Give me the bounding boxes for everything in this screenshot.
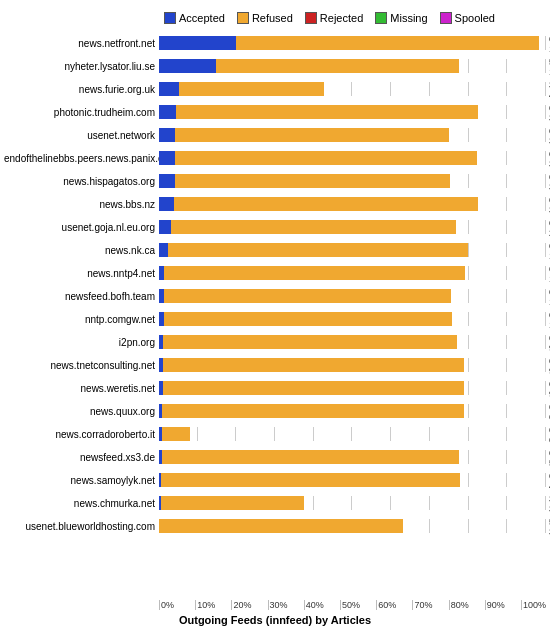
bar-segment-accepted bbox=[159, 197, 174, 211]
table-row: news.corradoroberto.it62962 bbox=[4, 423, 546, 445]
legend-label-accepted: Accepted bbox=[179, 12, 225, 24]
x-axis-label: Outgoing Feeds (innfeed) by Articles bbox=[4, 614, 546, 626]
bar-segment-accepted bbox=[159, 174, 175, 188]
bars-inner bbox=[159, 427, 546, 441]
table-row: news.netfront.net66591688 bbox=[4, 32, 546, 54]
bars-inner bbox=[159, 450, 546, 464]
bars-inner bbox=[159, 220, 546, 234]
legend-color-rejected bbox=[305, 12, 317, 24]
bar-segment-refused bbox=[162, 404, 464, 418]
bars-inner bbox=[159, 312, 546, 326]
table-row: newsfeed.bofh.team6294116 bbox=[4, 285, 546, 307]
bar-wrapper: 6598120 bbox=[159, 266, 546, 280]
table-row: news.chmurka.net314234 bbox=[4, 492, 546, 514]
bar-segment-refused bbox=[175, 128, 449, 142]
bars-inner bbox=[159, 105, 546, 119]
bars-inner bbox=[159, 243, 546, 257]
legend-label-rejected: Rejected bbox=[320, 12, 363, 24]
rows-area: news.netfront.net66591688nyheter.lysator… bbox=[4, 32, 546, 598]
row-label: news.quux.org bbox=[4, 406, 159, 417]
bar-wrapper: 66591688 bbox=[159, 36, 546, 50]
x-tick: 10% bbox=[195, 600, 231, 610]
bars-inner bbox=[159, 151, 546, 165]
bar-segment-refused bbox=[171, 220, 456, 234]
table-row: photonic.trudheim.com6622380 bbox=[4, 101, 546, 123]
bar-label: 6053345 bbox=[546, 173, 550, 193]
bar-label: 6637353 bbox=[546, 150, 550, 170]
legend-label-refused: Refused bbox=[252, 12, 293, 24]
table-row: usenet.blueworldhosting.com53653 bbox=[4, 515, 546, 537]
x-tick: 90% bbox=[485, 600, 521, 610]
table-row: nyheter.lysator.liu.se53381253 bbox=[4, 55, 546, 77]
row-label: news.bbs.nz bbox=[4, 199, 159, 210]
bars-inner bbox=[159, 289, 546, 303]
legend-item-rejected: Rejected bbox=[305, 12, 363, 24]
legend-item-spooled: Spooled bbox=[440, 12, 495, 24]
bar-segment-refused bbox=[163, 381, 464, 395]
bar-segment-accepted bbox=[159, 82, 179, 96]
bar-segment-accepted bbox=[159, 151, 175, 165]
row-label: news.samoylyk.net bbox=[4, 475, 159, 486]
bar-segment-refused bbox=[161, 473, 460, 487]
table-row: i2pn.org645399 bbox=[4, 331, 546, 353]
legend-item-accepted: Accepted bbox=[164, 12, 225, 24]
bars-inner bbox=[159, 128, 546, 142]
bar-segment-refused bbox=[163, 335, 457, 349]
row-label: newsfeed.xs3.de bbox=[4, 452, 159, 463]
row-label: news.nntp4.net bbox=[4, 268, 159, 279]
bars-inner bbox=[159, 197, 546, 211]
legend-color-accepted bbox=[164, 12, 176, 24]
bar-wrapper: 62962 bbox=[159, 427, 546, 441]
bar-segment-refused bbox=[164, 266, 464, 280]
bar-label: 662768 bbox=[546, 403, 550, 423]
bar-wrapper: 660492 bbox=[159, 381, 546, 395]
bar-wrapper: 6593194 bbox=[159, 243, 546, 257]
bar-wrapper: 660998 bbox=[159, 358, 546, 372]
bar-wrapper: 6250267 bbox=[159, 220, 546, 234]
row-label: usenet.network bbox=[4, 130, 159, 141]
table-row: news.bbs.nz6677334 bbox=[4, 193, 546, 215]
row-label: nntp.comgw.net bbox=[4, 314, 159, 325]
bar-segment-refused bbox=[159, 519, 403, 533]
bars-inner bbox=[159, 404, 546, 418]
bar-label: 6342102 bbox=[546, 311, 550, 331]
row-label: photonic.trudheim.com bbox=[4, 107, 159, 118]
bar-wrapper: 6294116 bbox=[159, 289, 546, 303]
table-row: newsfeed.xs3.de652059 bbox=[4, 446, 546, 468]
bar-segment-accepted bbox=[159, 220, 171, 234]
x-tick: 60% bbox=[376, 600, 412, 610]
row-label: newsfeed.bofh.team bbox=[4, 291, 159, 302]
bar-segment-refused bbox=[164, 312, 453, 326]
bar-segment-refused bbox=[216, 59, 459, 73]
bar-segment-refused bbox=[161, 496, 304, 510]
x-tick: 80% bbox=[449, 600, 485, 610]
row-label: news.hispagatos.org bbox=[4, 176, 159, 187]
row-label: news.chmurka.net bbox=[4, 498, 159, 509]
bars-inner bbox=[159, 266, 546, 280]
row-label: i2pn.org bbox=[4, 337, 159, 348]
x-tick: 70% bbox=[412, 600, 448, 610]
table-row: usenet.network6015355 bbox=[4, 124, 546, 146]
x-axis: 0%10%20%30%40%50%60%70%80%90%100% bbox=[159, 600, 546, 610]
table-row: news.furie.org.uk3191429 bbox=[4, 78, 546, 100]
legend-item-missing: Missing bbox=[375, 12, 427, 24]
bars-inner bbox=[159, 335, 546, 349]
table-row: news.hispagatos.org6053345 bbox=[4, 170, 546, 192]
bar-wrapper: 6637353 bbox=[159, 151, 546, 165]
bar-label: 6593194 bbox=[546, 242, 550, 262]
bar-wrapper: 6677334 bbox=[159, 197, 546, 211]
bar-segment-refused bbox=[175, 151, 477, 165]
bar-label: 660492 bbox=[546, 380, 550, 400]
bar-segment-refused bbox=[236, 36, 539, 50]
bar-wrapper: 662768 bbox=[159, 404, 546, 418]
bar-segment-refused bbox=[163, 358, 464, 372]
x-tick: 100% bbox=[521, 600, 546, 610]
table-row: news.nntp4.net6598120 bbox=[4, 262, 546, 284]
bar-wrapper: 53381253 bbox=[159, 59, 546, 73]
row-label: endofthelinebbs.peers.news.panix.com bbox=[4, 153, 159, 164]
row-label: usenet.blueworldhosting.com bbox=[4, 521, 159, 532]
bars-inner bbox=[159, 174, 546, 188]
bar-wrapper: 6015355 bbox=[159, 128, 546, 142]
bar-label: 6294116 bbox=[546, 288, 550, 308]
bar-segment-accepted bbox=[159, 243, 168, 257]
